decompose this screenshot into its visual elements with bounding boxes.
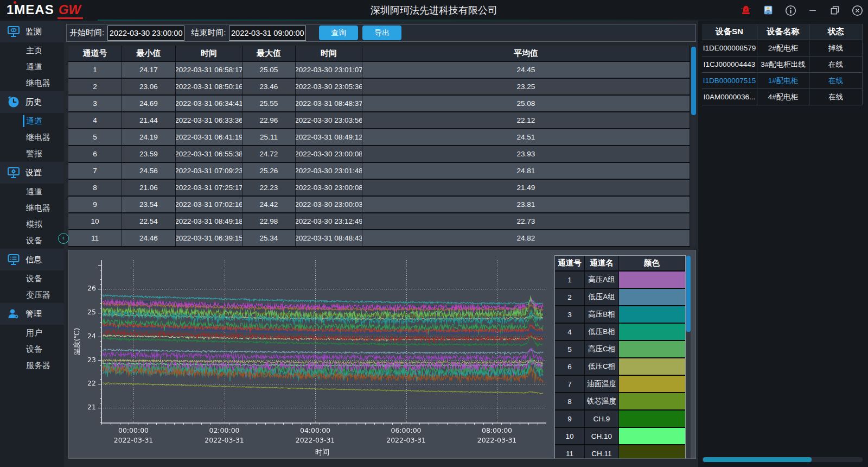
legend-row[interactable]: 2 低压A组 bbox=[555, 289, 685, 306]
sidebar-item[interactable]: 信息 bbox=[0, 249, 64, 270]
sidebar-item-label: 设备 bbox=[26, 344, 42, 355]
legend-row[interactable]: 10 CH.10 bbox=[555, 428, 685, 445]
logo-secondary: GW bbox=[58, 2, 83, 19]
table-row[interactable]: 10 22.54 2022-03-31 08:49:18 22.98 2022-… bbox=[68, 213, 690, 230]
table-row[interactable]: 1 24.17 2022-03-31 06:58:17 25.05 2022-0… bbox=[68, 62, 690, 79]
legend-header: 通道号 通道名 颜色 bbox=[555, 256, 685, 272]
device-row[interactable]: I1CJ000004443 3#配电柜出线 在线 bbox=[702, 56, 863, 73]
device-sn: I0AM0000036... bbox=[702, 89, 757, 105]
app-window: 1MEAS GW 深圳阿珂法先进科技有限公司 bbox=[0, 0, 868, 467]
col-max: 最大值 bbox=[242, 46, 296, 61]
legend-row[interactable]: 3 高压B相 bbox=[555, 306, 685, 324]
start-time-label: 开始时间: bbox=[69, 28, 104, 38]
sidebar-item[interactable]: 设置 bbox=[0, 162, 64, 184]
table-row[interactable]: 3 24.69 2022-03-31 06:34:41 25.55 2022-0… bbox=[68, 96, 690, 112]
sidebar-item[interactable]: 历史 bbox=[0, 91, 64, 113]
channel-color-swatch bbox=[619, 306, 685, 323]
table-row[interactable]: 8 21.06 2022-03-31 07:25:17 22.23 2022-0… bbox=[68, 180, 690, 197]
stats-table-header: 通道号 最小值 时间 最大值 时间 平均值 bbox=[68, 46, 690, 62]
sidebar-item-label: 通道 bbox=[26, 187, 42, 197]
sidebar-item[interactable]: 服务器 bbox=[0, 357, 64, 374]
device-name: 4#配电柜 bbox=[757, 89, 809, 105]
sidebar-item[interactable]: 用户 bbox=[0, 325, 64, 341]
table-row[interactable]: 2 23.06 2022-03-31 08:50:16 23.46 2022-0… bbox=[68, 79, 690, 96]
sidebar-item[interactable]: 变压器 bbox=[0, 287, 64, 303]
table-row[interactable]: 4 21.44 2022-03-31 06:33:36 22.96 2022-0… bbox=[68, 112, 690, 129]
device-row[interactable]: I1DE000008579 2#配电柜 掉线 bbox=[702, 40, 863, 56]
sidebar-item[interactable]: 通道 bbox=[0, 184, 64, 200]
alarm-icon[interactable] bbox=[739, 4, 752, 17]
contact-card-icon[interactable] bbox=[762, 4, 775, 17]
sidebar: 监测 主页 通道 继电器 历史 通道 bbox=[0, 21, 64, 467]
sidebar-item[interactable]: 继电器 bbox=[0, 75, 64, 91]
sidebar-item[interactable]: 设备 bbox=[0, 270, 64, 287]
legend-scrollbar-thumb[interactable] bbox=[686, 256, 691, 332]
channel-color-swatch bbox=[619, 411, 685, 427]
sidebar-item[interactable]: 模拟 bbox=[0, 216, 64, 232]
channel-legend-table: 通道号 通道名 颜色 1 高压A组 2 低压A组 bbox=[555, 256, 685, 459]
legend-row[interactable]: 9 CH.9 bbox=[555, 411, 685, 428]
window-title: 深圳阿珂法先进科技有限公司 bbox=[0, 0, 868, 21]
sidebar-item-label: 服务器 bbox=[26, 361, 50, 371]
sidebar-item-label: 设备 bbox=[26, 274, 42, 284]
sidebar-item-label: 通道 bbox=[26, 62, 42, 72]
sidebar-item[interactable]: 通道 bbox=[0, 59, 64, 75]
sidebar-item[interactable]: 继电器 bbox=[0, 129, 64, 146]
legend-row[interactable]: 5 高压C相 bbox=[555, 341, 685, 358]
sidebar-collapse-button[interactable]: ‹ bbox=[58, 233, 69, 244]
info-icon[interactable] bbox=[784, 4, 797, 17]
device-row[interactable]: I0AM0000036... 4#配电柜 在线 bbox=[702, 89, 863, 105]
sidebar-item-label: 用户 bbox=[26, 328, 42, 338]
device-name: 1#配电柜 bbox=[757, 73, 809, 89]
legend-row[interactable]: 7 油面温度 bbox=[555, 376, 685, 393]
device-status: 在线 bbox=[809, 89, 863, 105]
export-button[interactable]: 导出 bbox=[362, 26, 401, 40]
title-bar: 1MEAS GW 深圳阿珂法先进科技有限公司 bbox=[0, 0, 868, 21]
table-row[interactable]: 6 23.59 2022-03-31 06:55:38 24.72 2022-0… bbox=[68, 146, 690, 163]
legend-row[interactable]: 1 高压A组 bbox=[555, 272, 685, 289]
start-time-input[interactable] bbox=[107, 26, 184, 41]
channel-color-swatch bbox=[619, 376, 685, 392]
stats-scrollbar bbox=[691, 47, 696, 247]
col-avg: 平均值 bbox=[362, 46, 690, 61]
sidebar-item-label: 历史 bbox=[25, 97, 42, 108]
legend-row[interactable]: 6 低压C相 bbox=[555, 358, 685, 376]
sidebar-item[interactable]: 设备 bbox=[0, 341, 64, 357]
table-row[interactable]: 5 24.19 2022-03-31 06:41:19 25.11 2022-0… bbox=[68, 129, 690, 146]
legend-row[interactable]: 4 低压B相 bbox=[555, 324, 685, 341]
table-row[interactable]: 7 24.56 2022-03-31 07:09:23 25.26 2022-0… bbox=[68, 163, 690, 180]
restore-icon[interactable] bbox=[828, 4, 841, 17]
end-time-input[interactable] bbox=[229, 26, 306, 41]
legend-row[interactable]: 8 铁芯温度 bbox=[555, 393, 685, 411]
close-icon[interactable] bbox=[851, 4, 864, 17]
legend-row[interactable]: 11 CH.11 bbox=[555, 445, 685, 459]
minimize-icon[interactable] bbox=[806, 4, 819, 17]
sidebar-item[interactable]: 设备 bbox=[0, 232, 64, 249]
monitor-eye-icon bbox=[7, 25, 21, 38]
sidebar-item-label: 继电器 bbox=[26, 78, 50, 89]
stats-scrollbar-thumb[interactable] bbox=[691, 47, 696, 115]
device-row[interactable]: I1DB000007515 1#配电柜 在线 bbox=[702, 73, 863, 89]
device-sn: I1CJ000004443 bbox=[702, 56, 757, 72]
table-row[interactable]: 9 23.54 2022-03-31 07:02:16 24.42 2022-0… bbox=[68, 197, 690, 213]
query-toolbar: 开始时间: 结束时间: 查询 导出 bbox=[66, 24, 696, 42]
sidebar-item-label: 设备 bbox=[26, 236, 42, 246]
channel-color-swatch bbox=[619, 428, 685, 444]
sidebar-item[interactable]: 管理 bbox=[0, 303, 64, 325]
sidebar-item[interactable]: 主页 bbox=[0, 42, 64, 59]
monitor-list-icon bbox=[7, 253, 21, 266]
sidebar-item[interactable]: 通道 bbox=[0, 113, 64, 129]
table-row[interactable]: 11 24.46 2022-03-31 06:39:15 25.34 2022-… bbox=[68, 230, 690, 247]
col-min: 最小值 bbox=[122, 46, 176, 61]
sidebar-item-label: 主页 bbox=[26, 46, 42, 56]
channel-color-swatch bbox=[619, 341, 685, 357]
query-button[interactable]: 查询 bbox=[319, 26, 358, 40]
sidebar-item[interactable]: 继电器 bbox=[0, 200, 64, 216]
channel-color-swatch bbox=[619, 445, 685, 459]
device-panel-hscrollbar-thumb[interactable] bbox=[703, 457, 812, 462]
channel-color-swatch bbox=[619, 393, 685, 409]
channel-color-swatch bbox=[619, 289, 685, 305]
sidebar-item[interactable]: 监测 bbox=[0, 21, 64, 42]
sidebar-item[interactable]: 警报 bbox=[0, 146, 64, 162]
channel-color-swatch bbox=[619, 272, 685, 288]
